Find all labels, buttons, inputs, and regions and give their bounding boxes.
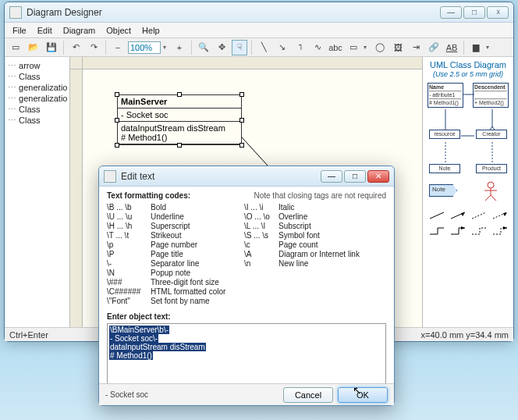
edit-text-dialog[interactable]: Edit text — □ ✕ Text formatting codes: N… [98,166,395,406]
uml-operations: dataInputStream disStream # Method1() [118,122,241,144]
flowline-tool-icon[interactable]: ⇥ [408,40,424,55]
fill-color-icon[interactable]: ▆ [468,40,484,55]
code-cell: Subscript [279,222,386,231]
link-tool-icon[interactable]: 🔗 [426,40,442,55]
titlebar[interactable]: Diagram Designer — □ ☓ [5,2,513,23]
tree-item[interactable]: Class [6,115,68,126]
tree-panel[interactable]: arrow Class generalization generalizatio… [5,57,70,327]
code-cell: HTML formatted color [151,287,244,297]
mini-label[interactable]: resource [429,130,460,139]
code-cell: \T ... \t [107,231,151,240]
tree-item[interactable]: generalization [6,82,68,93]
actor-icon[interactable] [482,181,499,201]
zoom-tool-icon[interactable]: 🔍 [196,40,211,55]
obj-line: - Socket soc\- [109,334,158,343]
code-cell: Three-digit font size [151,278,244,287]
code-cell: Page number [151,240,244,250]
code-cell: Popup note [151,269,244,278]
dialog-titlebar[interactable]: Edit text — □ ✕ [99,166,394,187]
mini-label[interactable]: Note [429,164,460,173]
underline-tool-icon[interactable]: AB [444,40,459,55]
code-cell: Set font by name [151,297,244,306]
tree-item[interactable]: arrow [6,60,68,71]
minimize-button[interactable]: — [440,6,462,19]
separator [463,41,464,55]
codes-heading: Text formatting codes: [107,191,190,200]
code-cell [279,278,386,287]
zoom-dropdown-icon[interactable]: ▾ [163,44,169,51]
separator [63,41,64,55]
tree-item[interactable]: Class [6,71,68,82]
arrow-tool-icon[interactable]: ↘ [274,40,289,55]
palette-subtitle: (Use 2.5 or 5 mm grid) [426,70,510,78]
rect-tool-icon[interactable]: ▭ [346,40,361,55]
dialog-status: - Socket soc [105,390,279,399]
line-sample[interactable] [428,225,445,237]
open-icon[interactable]: 📂 [26,40,41,55]
line-tool-icon[interactable]: ╲ [256,40,271,55]
redo-icon[interactable]: ↷ [86,40,101,55]
uml-class-box[interactable]: MainServer - Socket soc dataInputStream … [117,94,242,145]
menu-file[interactable]: File [8,25,31,36]
palette-panel[interactable]: UML Class Diagram (Use 2.5 or 5 mm grid)… [423,57,513,327]
svg-point-8 [488,182,494,188]
line-sample[interactable] [449,225,467,237]
zoom-field[interactable] [128,41,161,54]
pointer-tool-icon[interactable]: ☟ [232,40,247,55]
new-icon[interactable]: ▭ [8,40,23,55]
separator [191,41,192,55]
separator [251,41,252,55]
zoom-out-icon[interactable]: − [110,40,126,55]
note-shape[interactable]: Note [429,184,457,197]
uml-op-line: dataInputStream disStream [121,123,238,133]
text-tool-icon[interactable]: abc [328,40,343,55]
svg-marker-18 [503,212,507,216]
ruler-horizontal [83,57,422,69]
line-sample[interactable] [491,225,509,237]
code-cell: \L ... \l [244,222,279,231]
palette-lines [426,206,510,240]
ok-button[interactable]: OK [338,387,388,403]
code-cell: Underline [151,212,244,222]
cancel-button[interactable]: Cancel [283,387,333,403]
line-sample[interactable] [470,225,488,237]
obj-line: \BMainServer\b\- [109,326,169,334]
code-cell: \U ... \u [107,212,151,222]
pan-tool-icon[interactable]: ✥ [214,40,229,55]
svg-line-11 [485,195,491,201]
menu-diagram[interactable]: Diagram [59,25,101,36]
save-icon[interactable]: 💾 [44,40,59,55]
connector-tool-icon[interactable]: ˥ [292,40,307,55]
maximize-button[interactable]: □ [463,6,485,19]
menu-edit[interactable]: Edit [33,25,57,36]
menu-help[interactable]: Help [137,25,165,36]
codes-note: Note that closing tags are not required [254,191,386,200]
mini-label[interactable]: Creator [476,130,507,139]
line-sample[interactable] [491,209,509,222]
close-button[interactable]: ☓ [487,6,509,19]
line-sample[interactable] [449,209,467,222]
uml-attributes: - Socket soc [118,109,241,122]
tree-item[interactable]: Class [6,104,68,115]
code-cell: \A [244,250,279,259]
uml-op-line: # Method1() [121,133,238,142]
dialog-close-button[interactable]: ✕ [367,170,389,183]
tree-item[interactable]: generalization [6,93,68,104]
zoom-in-icon[interactable]: + [172,40,187,55]
code-cell: Page title [151,250,244,259]
mini-label[interactable]: Product [476,164,507,173]
code-cell: \### [107,278,151,287]
line-sample[interactable] [428,209,445,222]
image-tool-icon[interactable]: 🖼 [390,40,406,55]
undo-icon[interactable]: ↶ [68,40,83,55]
ellipse-tool-icon[interactable]: ◯ [372,40,388,55]
ruler-corner [70,57,83,69]
dialog-maximize-button[interactable]: □ [344,170,366,183]
rect-dropdown-icon[interactable]: ▾ [364,44,370,51]
dialog-minimize-button[interactable]: — [321,170,342,183]
line-sample[interactable] [470,209,488,222]
curve-tool-icon[interactable]: ∿ [310,40,325,55]
svg-marker-15 [461,212,465,216]
menu-object[interactable]: Object [101,25,136,36]
fill-dropdown-icon[interactable]: ▾ [486,44,492,51]
